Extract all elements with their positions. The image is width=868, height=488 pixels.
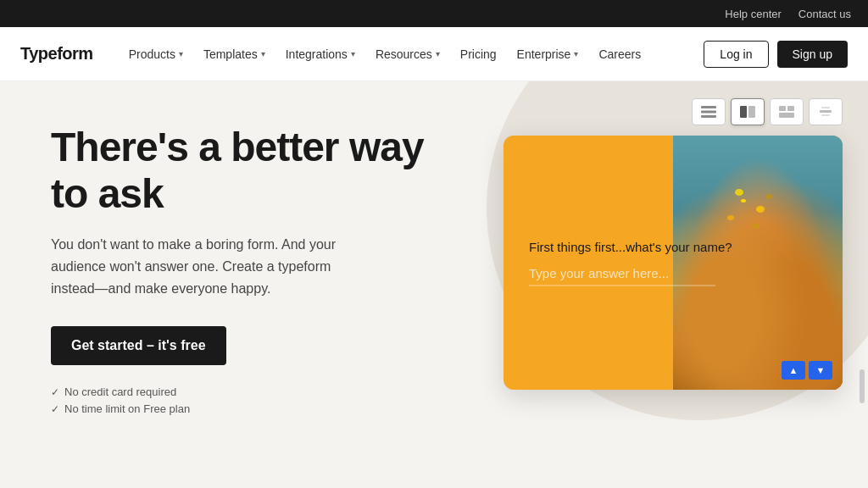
cta-button[interactable]: Get started – it's free <box>51 326 226 365</box>
chevron-down-icon: ▾ <box>351 49 355 58</box>
svg-rect-8 <box>820 110 832 113</box>
svg-rect-4 <box>748 106 755 118</box>
hero-section: There's a better way to ask You don't wa… <box>0 81 495 488</box>
form-content: First things first...what's your name? T… <box>529 240 732 286</box>
card-layout-icon <box>740 106 755 118</box>
svg-rect-2 <box>701 115 716 118</box>
nav-resources[interactable]: Resources ▾ <box>367 42 448 66</box>
nav-down-button[interactable]: ▼ <box>809 361 832 380</box>
layout-btn-minimal[interactable] <box>809 98 843 125</box>
nav-templates[interactable]: Templates ▾ <box>195 42 274 66</box>
layout-btn-list[interactable] <box>692 98 726 125</box>
nav-pricing[interactable]: Pricing <box>452 42 505 66</box>
split-layout-icon <box>779 106 794 118</box>
checklist-item: ✓ No time limit on Free plan <box>51 402 461 415</box>
checklist-item: ✓ No credit card required <box>51 385 461 398</box>
hero-subtitle: You don't want to make a boring form. An… <box>51 234 356 299</box>
layout-switcher <box>692 98 843 125</box>
top-bar: Help center Contact us <box>0 0 868 27</box>
chevron-down-icon: ▾ <box>574 49 578 58</box>
chevron-down-icon: ▾ <box>436 49 440 58</box>
svg-rect-9 <box>821 107 830 108</box>
form-preview-card: First things first...what's your name? T… <box>504 136 843 390</box>
logo[interactable]: Typeform <box>20 44 93 64</box>
minimal-layout-icon <box>818 106 833 118</box>
hero-title: There's a better way to ask <box>51 124 461 217</box>
layout-btn-split[interactable] <box>770 98 804 125</box>
svg-rect-6 <box>787 106 794 111</box>
navbar-actions: Log in Sign up <box>704 41 848 68</box>
nav-products[interactable]: Products ▾ <box>120 42 192 66</box>
list-layout-icon <box>701 106 716 118</box>
chevron-down-icon: ▾ <box>261 49 265 58</box>
svg-rect-10 <box>821 114 830 116</box>
preview-section: First things first...what's your name? T… <box>495 81 868 488</box>
form-input[interactable]: Type your answer here... <box>529 266 715 286</box>
nav-links: Products ▾ Templates ▾ Integrations ▾ Re… <box>120 42 704 66</box>
nav-integrations[interactable]: Integrations ▾ <box>277 42 364 66</box>
contact-us-link[interactable]: Contact us <box>798 8 851 20</box>
nav-careers[interactable]: Careers <box>590 42 649 66</box>
nav-up-button[interactable]: ▲ <box>782 361 805 380</box>
signup-button[interactable]: Sign up <box>777 41 848 68</box>
svg-rect-0 <box>701 106 716 108</box>
checklist: ✓ No credit card required ✓ No time limi… <box>51 385 461 415</box>
check-icon: ✓ <box>51 403 59 415</box>
chevron-down-icon: ▾ <box>179 49 183 58</box>
layout-btn-card[interactable] <box>731 98 765 125</box>
svg-rect-1 <box>701 111 716 114</box>
svg-rect-3 <box>740 106 747 118</box>
form-question: First things first...what's your name? <box>529 240 732 254</box>
svg-rect-5 <box>779 106 786 111</box>
login-button[interactable]: Log in <box>704 41 768 68</box>
help-center-link[interactable]: Help center <box>725 8 781 20</box>
check-icon: ✓ <box>51 386 59 398</box>
navbar: Typeform Products ▾ Templates ▾ Integrat… <box>0 27 868 81</box>
nav-enterprise[interactable]: Enterprise ▾ <box>509 42 587 66</box>
svg-rect-7 <box>779 113 794 118</box>
main-content: There's a better way to ask You don't wa… <box>0 81 868 488</box>
form-navigation: ▲ ▼ <box>782 361 832 380</box>
